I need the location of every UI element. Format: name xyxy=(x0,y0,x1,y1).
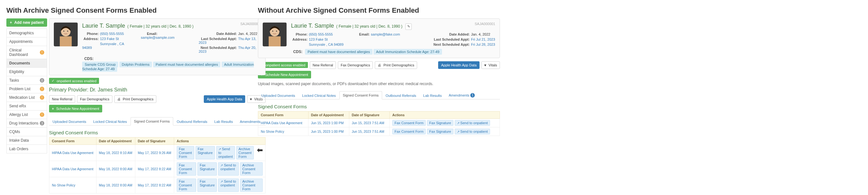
schedule-appointment-button[interactable]: Schedule New Appointment xyxy=(49,105,102,112)
last-appt[interactable]: Fri Jul 21, 2023 xyxy=(471,37,495,41)
fax-signature-button[interactable]: Fax Signature xyxy=(197,179,217,192)
patient-phone[interactable]: (650) 555-5555 xyxy=(309,32,333,36)
vitals-button[interactable]: Vitals xyxy=(482,61,500,69)
patient-address-1[interactable]: 123 Fake St xyxy=(100,37,119,41)
tab-uploaded-documents[interactable]: Uploaded Documents xyxy=(258,91,299,100)
cds-tag[interactable]: Patient must have documented allergies xyxy=(153,62,221,67)
svg-rect-2 xyxy=(60,37,72,47)
appt-date[interactable]: Jun 15, 2023 1:00 PM xyxy=(311,129,344,133)
archive-consent-button[interactable]: Archive Consent Form xyxy=(240,162,263,176)
edit-patient-icon[interactable]: ✎ xyxy=(405,24,412,30)
apple-health-button[interactable]: Apple Health App Data xyxy=(438,61,479,69)
patient-email[interactable]: sample@sample.com xyxy=(141,36,175,39)
table-row: HIPAA Data Use AgreementMay 18, 2022 8:0… xyxy=(49,161,266,177)
fax-consent-button[interactable]: Fax Consent Form xyxy=(177,179,196,192)
send-onpatient-button[interactable]: Send to onpatient xyxy=(218,162,239,176)
schedule-appointment-button[interactable]: Schedule New Appointment xyxy=(258,71,311,78)
sidebar-item-send-erx[interactable]: Send eRx xyxy=(6,102,47,111)
archive-consent-button[interactable]: Archive Consent Form xyxy=(236,146,254,159)
sig-date[interactable]: May 17, 2022 8:22 AM xyxy=(138,167,171,171)
cds-tag[interactable]: Adult Immunization Schedule Age: 27-49 xyxy=(373,49,442,54)
sidebar-item-allergy-list[interactable]: Allergy List! xyxy=(6,111,47,119)
tab-uploaded-documents[interactable]: Uploaded Documents xyxy=(49,118,90,125)
sig-date[interactable]: Jun 15, 2023 7:51 AM xyxy=(352,129,384,133)
add-patient-button[interactable]: Add new patient xyxy=(6,18,47,27)
patient-phone[interactable]: (650) 555-5555 xyxy=(100,32,124,36)
sidebar-item-demographics[interactable]: Demographics xyxy=(6,29,47,37)
fax-consent-button[interactable]: Fax Consent Form xyxy=(177,162,196,176)
patient-address-2[interactable]: Sunnyvale , CA 94089 xyxy=(82,42,124,49)
sig-date[interactable]: May 17, 2022 9:26 AM xyxy=(138,151,171,155)
patient-age: 32 years old xyxy=(146,24,166,29)
tab-signed-consent-forms[interactable]: Signed Consent Forms xyxy=(339,91,382,100)
send-onpatient-button[interactable]: Send to onpatient xyxy=(455,120,490,126)
sidebar-item-clinical-dashboard[interactable]: Clinical Dashboard! xyxy=(6,46,47,59)
panel-title: With Archive Signed Consent Forms Enable… xyxy=(6,6,242,14)
tab-amendments[interactable]: Amendments xyxy=(236,118,264,125)
appt-date[interactable]: Jun 15, 2023 1:00 PM xyxy=(311,121,344,125)
apple-health-button[interactable]: Apple Health App Data xyxy=(204,95,245,103)
sidebar-item-tasks[interactable]: Tasks0 xyxy=(6,76,47,85)
consent-form-link[interactable]: HIPAA Data Use Agreement xyxy=(52,151,94,155)
sidebar-item-cqms[interactable]: CQMs xyxy=(6,128,47,136)
phone-label: Phone: xyxy=(291,32,308,36)
archive-consent-button[interactable]: Archive Consent Form xyxy=(240,179,263,192)
patient-address-2[interactable]: Sunnyvale , CA 94089 xyxy=(309,43,344,46)
cds-tag[interactable]: Dolphin Problems xyxy=(119,62,152,67)
fax-signature-button[interactable]: Fax Signature xyxy=(427,129,453,134)
appt-date[interactable]: May 18, 2022 8:00 AM xyxy=(99,183,132,187)
appt-date[interactable]: May 18, 2022 8:00 AM xyxy=(99,167,132,171)
sidebar-item-intake-data[interactable]: Intake Data xyxy=(6,136,47,145)
svg-rect-7 xyxy=(269,37,281,47)
fax-demographics-button[interactable]: Fax Demographics xyxy=(338,61,373,69)
sig-date[interactable]: Jun 15, 2023 7:51 AM xyxy=(352,121,384,125)
send-onpatient-button[interactable]: Send to onpatient xyxy=(218,179,239,192)
table-row: HIPAA Data Use AgreementMay 18, 2022 8:1… xyxy=(49,145,266,161)
sidebar-item-documents[interactable]: Documents xyxy=(6,59,47,68)
sig-date[interactable]: May 17, 2022 8:22 AM xyxy=(138,183,171,187)
tab-lab-results[interactable]: Lab Results xyxy=(420,91,445,100)
print-demographics-button[interactable]: Print Demographics xyxy=(114,95,157,103)
tab-signed-consent-forms[interactable]: Signed Consent Forms xyxy=(130,117,174,125)
cds-tag[interactable]: Patient must have documented allergies xyxy=(305,49,373,54)
consent-form-link[interactable]: HIPAA Data Use Agreement xyxy=(261,121,303,125)
fax-signature-button[interactable]: Fax Signature xyxy=(197,162,217,176)
tab-locked-clinical-notes[interactable]: Locked Clinical Notes xyxy=(90,118,130,125)
appt-date[interactable]: May 18, 2022 8:10 AM xyxy=(99,151,132,155)
date-added-label: Date Added: xyxy=(199,32,237,36)
fax-demographics-button[interactable]: Fax Demographics xyxy=(77,95,112,103)
sidebar-item-appointments[interactable]: Appointments xyxy=(6,37,47,46)
new-referral-button[interactable]: New Referral xyxy=(49,95,75,103)
fax-consent-button[interactable]: Fax Consent Form xyxy=(392,120,426,126)
fax-signature-button[interactable]: Fax Signature xyxy=(195,146,215,159)
tab-amendments[interactable]: Amendments 1 xyxy=(445,91,478,100)
without-archive-panel: Without Archive Signed Consent Forms Ena… xyxy=(258,6,500,136)
send-onpatient-button[interactable]: Send to onpatient xyxy=(455,129,490,134)
sidebar-item-problem-list[interactable]: Problem List! xyxy=(6,85,47,93)
count-badge: 1 xyxy=(470,93,475,98)
patient-address-1[interactable]: 123 Fake St xyxy=(309,37,328,41)
send-onpatient-button[interactable]: Send to onpatient xyxy=(216,146,235,159)
sidebar-item-eligibility[interactable]: Eligibility xyxy=(6,68,47,76)
sidebar-item-drug-interactions[interactable]: Drug Interactions3 xyxy=(6,119,47,128)
patient-name: Laurie T. Sample xyxy=(82,23,125,29)
tab-outbound-referrals[interactable]: Outbound Referrals xyxy=(173,118,211,125)
sidebar-item-medication-list[interactable]: Medication List! xyxy=(6,93,47,102)
column-header: Date of Appointment xyxy=(308,111,349,118)
consent-form-link[interactable]: No Show Policy xyxy=(52,183,75,187)
patient-email[interactable]: sample@fake.com xyxy=(371,32,400,36)
new-referral-button[interactable]: New Referral xyxy=(310,61,336,69)
consent-form-link[interactable]: No Show Policy xyxy=(261,129,284,133)
consent-form-link[interactable]: HIPAA Data Use Agreement xyxy=(52,167,94,171)
sidebar-item-lab-orders[interactable]: Lab Orders xyxy=(6,145,47,153)
print-demographics-button[interactable]: Print Demographics xyxy=(375,61,417,69)
patient-toolbar: onpatient access enabled New Referral Fa… xyxy=(258,61,500,78)
fax-signature-button[interactable]: Fax Signature xyxy=(427,120,453,126)
tab-outbound-referrals[interactable]: Outbound Referrals xyxy=(382,91,420,100)
address-label: Address: xyxy=(291,37,308,41)
next-appt[interactable]: Fri Jul 28, 2023 xyxy=(471,43,495,46)
fax-consent-button[interactable]: Fax Consent Form xyxy=(392,129,426,134)
tab-lab-results[interactable]: Lab Results xyxy=(211,118,236,125)
tab-locked-clinical-notes[interactable]: Locked Clinical Notes xyxy=(299,91,339,100)
fax-consent-button[interactable]: Fax Consent Form xyxy=(177,146,194,159)
